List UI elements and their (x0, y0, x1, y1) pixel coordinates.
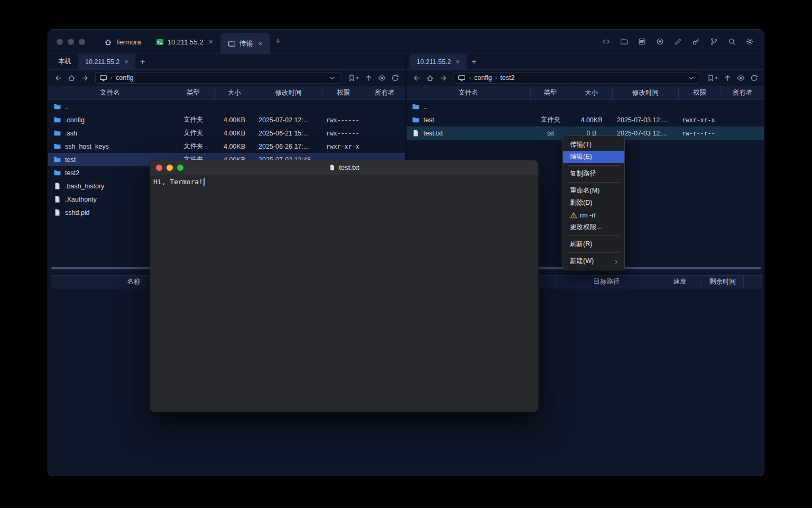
column-header-5[interactable]: 所有者 (721, 86, 764, 99)
folder-open-icon (228, 40, 236, 48)
app-tabs: Termora10.211.55.2×传输×+ (97, 30, 286, 53)
transfer-column-remaining-time[interactable]: 剩余时间 (702, 276, 744, 288)
transfer-column-speed[interactable]: 速度 (658, 276, 702, 288)
parent-directory-button[interactable] (722, 72, 733, 84)
new-panel-tab-button[interactable]: + (135, 54, 150, 69)
menu-item[interactable]: 复制路径 (563, 168, 624, 180)
column-header-0[interactable]: 文件名 (48, 86, 172, 99)
folder-icon (53, 129, 61, 137)
editor-button[interactable] (672, 36, 684, 48)
editor-zoom-button[interactable] (177, 165, 183, 171)
menu-item[interactable]: 更改权限... (563, 221, 624, 233)
app-tab-label: 传输 (239, 39, 253, 48)
right-panel-tab-0[interactable]: 10.211.55.2× (410, 54, 467, 69)
record-icon (656, 38, 664, 46)
chevron-down-icon[interactable] (328, 74, 336, 82)
file-manager-button[interactable] (618, 36, 630, 48)
zoom-window-button[interactable] (79, 39, 85, 45)
column-header-1[interactable]: 类型 (172, 86, 215, 99)
macro-button[interactable] (654, 36, 666, 48)
app-tab-1[interactable]: 10.211.55.2× (149, 30, 220, 54)
file-name-cell: .. (48, 100, 172, 113)
right-file-table-header: 文件名类型大小修改时间权限所有者 (407, 86, 764, 100)
left-path-bar[interactable]: ›config (95, 72, 340, 84)
chevron-down-icon[interactable] (687, 74, 695, 82)
workflow-button[interactable] (708, 36, 719, 48)
file-type-cell: 文件夹 (172, 126, 215, 140)
toggle-hidden-files-button[interactable] (735, 72, 746, 84)
file-row[interactable]: test文件夹4.00KB2025-07-03 12:...rwxr-xr-x (407, 113, 764, 126)
code-icon (602, 38, 610, 46)
forward-button[interactable] (79, 72, 90, 84)
breadcrumb-segment[interactable]: config (474, 74, 492, 81)
parent-directory-button[interactable] (363, 72, 374, 84)
column-header-2[interactable]: 大小 (570, 86, 613, 99)
keychain-button[interactable] (690, 36, 702, 48)
file-row[interactable]: .. (407, 100, 764, 113)
breadcrumb-segment[interactable]: config (116, 74, 133, 81)
column-header-1[interactable]: 类型 (531, 86, 570, 99)
left-panel-tab-1[interactable]: 10.211.55.2× (78, 54, 135, 69)
menu-item[interactable]: 新建(W)› (563, 255, 624, 267)
file-row[interactable]: ssh_host_keys文件夹4.00KB2025-06-26 17:...r… (48, 140, 405, 153)
back-button[interactable] (52, 72, 64, 84)
minimize-window-button[interactable] (68, 39, 74, 45)
app-tab-2[interactable]: 传输× (220, 33, 270, 54)
right-path-bar[interactable]: ›config›test2 (454, 72, 699, 84)
menu-item[interactable]: 传输(T) (563, 139, 624, 151)
column-header-3[interactable]: 修改时间 (254, 86, 323, 99)
bookmark-button[interactable]: ▾ (704, 72, 720, 84)
app-tab-label: Termora (116, 38, 141, 46)
file-row[interactable]: .. (48, 100, 405, 113)
app-tab-0[interactable]: Termora (97, 30, 149, 54)
close-tab-icon[interactable]: × (456, 58, 460, 65)
toggle-hidden-files-button[interactable] (376, 72, 387, 84)
column-header-3[interactable]: 修改时间 (613, 86, 679, 99)
column-header-0[interactable]: 文件名 (407, 86, 531, 99)
settings-button[interactable] (744, 36, 755, 48)
close-window-button[interactable] (57, 39, 63, 45)
code-snippets-button[interactable] (600, 36, 612, 48)
menu-item[interactable]: rm -rf (563, 209, 624, 221)
column-header-2[interactable]: 大小 (215, 86, 254, 99)
titlebar[interactable]: Termora10.211.55.2×传输×+ (48, 30, 764, 54)
editor-titlebar[interactable]: test.txt (150, 160, 538, 175)
folder-open-icon (620, 38, 628, 46)
menu-item[interactable]: 删除(D) (563, 197, 624, 209)
menu-item[interactable]: 编辑(E) (563, 151, 624, 163)
close-tab-icon[interactable]: × (208, 38, 213, 46)
file-name: test.txt (423, 130, 443, 137)
home-button[interactable] (66, 72, 77, 84)
warning-icon (570, 212, 577, 219)
close-tab-icon[interactable]: × (124, 58, 128, 65)
back-button[interactable] (411, 72, 422, 84)
breadcrumb-segment[interactable]: test2 (500, 74, 514, 81)
column-header-5[interactable]: 所有者 (364, 86, 405, 99)
file-name: test (423, 116, 434, 124)
column-header-4[interactable]: 权限 (679, 86, 721, 99)
log-button[interactable] (636, 36, 648, 48)
home-button[interactable] (424, 72, 436, 84)
file-row[interactable]: .config文件夹4.00KB2025-07-02 12:...rwx----… (48, 113, 405, 126)
left-panel-tab-0[interactable]: 本机 (51, 54, 78, 69)
new-panel-tab-button[interactable]: + (467, 54, 482, 69)
file-row[interactable]: .ssh文件夹4.00KB2025-06-21 15:...rwx------ (48, 126, 405, 140)
menu-item[interactable]: 重命名(M) (563, 185, 624, 197)
column-header-4[interactable]: 权限 (323, 86, 364, 99)
refresh-button[interactable] (748, 72, 760, 84)
editor-close-button[interactable] (156, 165, 162, 171)
transfer-column-target-path[interactable]: 目标路径 (556, 276, 658, 288)
refresh-button[interactable] (389, 72, 401, 84)
forward-button[interactable] (437, 72, 449, 84)
editor-minimize-button[interactable] (167, 165, 173, 171)
editor-content[interactable]: Hi, Termora! (150, 175, 538, 412)
folder-icon (53, 142, 61, 150)
menu-item[interactable]: 刷新(R) (563, 238, 624, 250)
monitor-icon (458, 74, 466, 82)
find-button[interactable] (726, 36, 737, 48)
new-tab-button[interactable]: + (270, 30, 286, 53)
bookmark-button[interactable]: ▾ (345, 72, 361, 84)
file-name-cell: .. (407, 100, 531, 113)
menu-item-label: 复制路径 (570, 169, 596, 178)
close-tab-icon[interactable]: × (259, 40, 263, 47)
